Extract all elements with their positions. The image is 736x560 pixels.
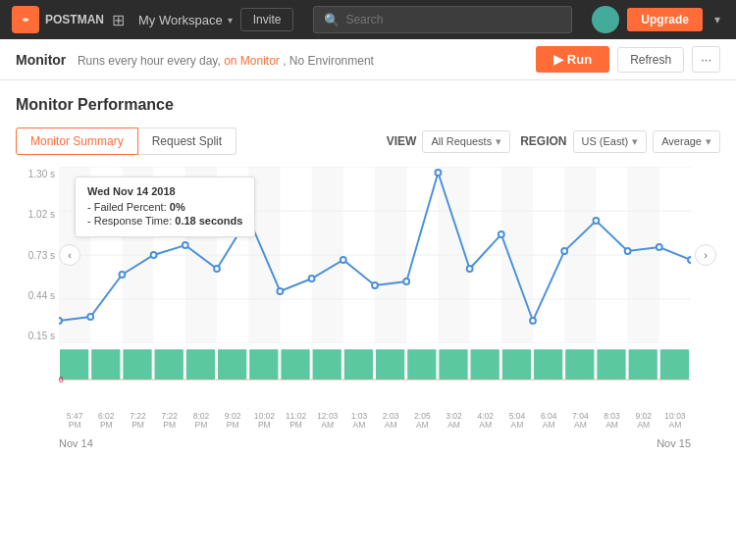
svg-rect-42 xyxy=(155,349,184,380)
x-label-11: 2:05AM xyxy=(406,412,438,435)
x-label-16: 7:04AM xyxy=(564,412,596,435)
svg-rect-39 xyxy=(60,349,88,380)
region-label: REGION xyxy=(520,134,566,148)
svg-point-19 xyxy=(119,272,125,278)
avg-dropdown-caret: ▾ xyxy=(706,135,711,148)
chart-prev-button[interactable]: ‹ xyxy=(59,244,80,266)
x-label-4: 8:02PM xyxy=(185,412,217,435)
monitor-subtitle: Runs every hour every day, on Monitor , … xyxy=(78,54,374,68)
more-button[interactable]: ··· xyxy=(692,46,720,73)
tooltip-title: Wed Nov 14 2018 xyxy=(87,185,242,197)
svg-point-31 xyxy=(499,231,504,237)
workspace-button[interactable]: My Workspace ▾ xyxy=(138,13,233,27)
svg-point-29 xyxy=(435,170,441,176)
svg-rect-57 xyxy=(629,349,657,380)
svg-rect-47 xyxy=(313,349,342,380)
avg-dropdown[interactable]: Average ▾ xyxy=(653,130,720,153)
svg-rect-43 xyxy=(186,349,215,380)
x-label-9: 1:03AM xyxy=(343,412,375,435)
svg-point-37 xyxy=(688,257,691,263)
monitor-title: Monitor xyxy=(16,52,66,68)
chart-tooltip: Wed Nov 14 2018 - Failed Percent: 0% - R… xyxy=(75,177,255,237)
upgrade-button[interactable]: Upgrade xyxy=(627,8,703,31)
svg-point-34 xyxy=(593,218,599,224)
svg-point-25 xyxy=(309,276,315,281)
svg-rect-50 xyxy=(407,349,436,380)
svg-point-24 xyxy=(277,288,283,294)
y-label-3: 0.44 s xyxy=(16,290,59,301)
svg-rect-45 xyxy=(249,349,278,380)
region-control: REGION US (East) ▾ xyxy=(520,130,647,153)
x-label-3: 7:22PM xyxy=(154,412,185,435)
x-label-12: 3:02AM xyxy=(438,412,469,435)
svg-rect-54 xyxy=(534,349,562,380)
y-label-2: 0.73 s xyxy=(16,250,59,261)
svg-rect-52 xyxy=(471,349,499,380)
svg-point-28 xyxy=(403,279,409,284)
date-label-nov14: Nov 14 xyxy=(59,437,657,449)
svg-rect-46 xyxy=(281,349,309,380)
x-label-7: 11:02PM xyxy=(280,412,311,435)
svg-point-22 xyxy=(214,266,220,272)
view-dropdown-caret: ▾ xyxy=(496,135,501,148)
y-label-0: 1.30 s xyxy=(16,169,59,179)
svg-rect-44 xyxy=(218,349,246,380)
x-label-8: 12:03AM xyxy=(312,412,343,435)
svg-text:0: 0 xyxy=(59,375,64,385)
x-label-0: 5:47PM xyxy=(59,412,90,435)
tab-monitor-summary[interactable]: Monitor Summary xyxy=(16,127,138,155)
main-content: Monitor Performance Monitor Summary Requ… xyxy=(0,80,736,560)
svg-point-17 xyxy=(59,318,62,324)
svg-rect-41 xyxy=(123,349,151,380)
y-axis: 1.30 s 1.02 s 0.73 s 0.44 s 0.15 s xyxy=(16,167,59,343)
svg-rect-56 xyxy=(597,349,625,380)
y-label-4: 0.15 s xyxy=(16,331,59,341)
bar-chart: 0 5:47PM 6:02PM 7:22PM 7:22PM 8:02PM 9:0… xyxy=(16,347,720,435)
top-navigation: POSTMAN ⊞ My Workspace ▾ Invite 🔍 Upgrad… xyxy=(0,0,736,39)
svg-rect-51 xyxy=(439,349,467,380)
x-label-18: 9:02AM xyxy=(628,412,659,435)
subheader-actions: ▶Run Refresh ··· xyxy=(536,46,720,73)
monitor-link[interactable]: on Monitor xyxy=(224,54,280,68)
svg-point-18 xyxy=(87,314,93,320)
svg-point-26 xyxy=(341,257,346,263)
tab-request-split[interactable]: Request Split xyxy=(138,127,237,155)
svg-point-36 xyxy=(657,244,662,250)
x-label-14: 5:04AM xyxy=(501,412,533,435)
invite-button[interactable]: Invite xyxy=(240,8,294,31)
x-label-19: 10:03AM xyxy=(659,412,691,435)
x-label-2: 7:22PM xyxy=(122,412,153,435)
x-label-13: 4:02AM xyxy=(470,412,501,435)
workspace-caret-icon: ▾ xyxy=(228,15,233,25)
view-label: VIEW xyxy=(387,134,417,148)
svg-point-20 xyxy=(151,252,157,258)
chart-next-button[interactable]: › xyxy=(695,244,716,266)
tooltip-row1: - Failed Percent: 0% xyxy=(87,201,242,213)
svg-point-27 xyxy=(372,282,378,288)
date-labels-row: Nov 14 Nov 15 xyxy=(16,437,720,449)
svg-point-33 xyxy=(561,248,567,254)
tooltip-row2: - Response Time: 0.18 seconds xyxy=(87,215,242,227)
svg-rect-48 xyxy=(344,349,373,380)
search-input[interactable] xyxy=(345,13,561,26)
date-label-nov15: Nov 15 xyxy=(657,437,691,449)
upgrade-caret-icon[interactable]: ▾ xyxy=(710,9,724,30)
region-dropdown[interactable]: US (East) ▾ xyxy=(573,130,648,153)
view-control: VIEW All Requests ▾ xyxy=(387,130,510,153)
region-dropdown-caret: ▾ xyxy=(632,135,638,148)
chart-wrapper: Wed Nov 14 2018 - Failed Percent: 0% - R… xyxy=(16,167,720,449)
view-dropdown[interactable]: All Requests ▾ xyxy=(422,130,510,153)
search-bar: 🔍 xyxy=(313,6,572,33)
x-axis-labels: 5:47PM 6:02PM 7:22PM 7:22PM 8:02PM 9:02P… xyxy=(59,412,691,435)
svg-point-35 xyxy=(625,248,631,254)
svg-rect-49 xyxy=(376,349,404,380)
x-label-5: 9:02PM xyxy=(217,412,248,435)
x-label-10: 2:03AM xyxy=(375,412,406,435)
avatar[interactable] xyxy=(592,6,619,33)
refresh-button[interactable]: Refresh xyxy=(617,47,684,73)
svg-rect-55 xyxy=(565,349,594,380)
workspace-label: My Workspace xyxy=(138,13,223,27)
postman-text: POSTMAN xyxy=(45,13,104,26)
run-button[interactable]: ▶Run xyxy=(536,46,609,73)
grid-icon: ⊞ xyxy=(112,11,125,29)
